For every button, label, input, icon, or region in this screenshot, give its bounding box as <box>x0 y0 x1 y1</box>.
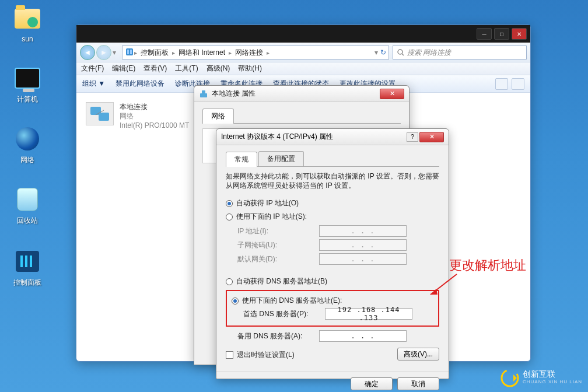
address-bar[interactable]: ▸ 控制面板 ▸ 网络和 Internet ▸ 网络连接 ▸ ▾ ↻ <box>122 46 389 60</box>
breadcrumb-sep: ▸ <box>267 50 270 56</box>
desktop-icon-recycle-bin[interactable]: 回收站 <box>7 186 48 226</box>
connection-item[interactable]: 本地连接 网络 Intel(R) PRO/1000 MT <box>82 99 192 134</box>
connection-adapter: Intel(R) PRO/1000 MT <box>120 121 189 130</box>
desktop-icon-sun[interactable]: sun <box>7 5 48 43</box>
desktop-icon-label: 计算机 <box>7 94 48 104</box>
radio-icon <box>226 200 233 207</box>
properties-titlebar[interactable]: 本地连接 属性 ✕ <box>194 86 409 102</box>
nav-back-button[interactable]: ◄ <box>80 45 95 60</box>
logo-icon <box>501 369 519 387</box>
network-adapter-icon <box>86 102 114 125</box>
ip-address-input: . . . <box>319 225 407 237</box>
preferred-dns-input[interactable]: 192 .168 .144 .133 <box>325 308 412 320</box>
logo-subtitle: CHUANG XIN HU LIAN <box>523 378 582 386</box>
search-input[interactable]: 搜索 网络连接 <box>393 46 527 60</box>
desktop-icon-label: 网络 <box>7 155 48 165</box>
explorer-titlebar[interactable]: ─ □ ✕ <box>76 25 530 43</box>
help-button[interactable] <box>512 78 524 90</box>
menu-tools[interactable]: 工具(T) <box>175 64 198 74</box>
svg-rect-9 <box>202 90 205 93</box>
connection-name: 本地连接 <box>120 102 189 111</box>
view-mode-button[interactable] <box>495 78 508 90</box>
subnet-input: . . . <box>319 239 407 251</box>
svg-marker-13 <box>513 374 517 382</box>
menu-file[interactable]: 文件(F) <box>81 64 104 74</box>
svg-rect-1 <box>127 50 129 54</box>
alternate-dns-label: 备用 DNS 服务器(A): <box>237 331 319 341</box>
svg-rect-2 <box>130 50 132 54</box>
desktop-icon-control-panel[interactable]: 控制面板 <box>7 247 48 288</box>
advanced-button[interactable]: 高级(V)... <box>397 348 439 360</box>
svg-rect-0 <box>126 48 133 55</box>
radio-icon <box>232 298 239 304</box>
breadcrumb-seg[interactable]: 控制面板 <box>137 48 172 58</box>
menu-edit[interactable]: 编辑(E) <box>112 64 135 74</box>
subnet-label: 子网掩码(U): <box>237 240 319 250</box>
radio-manual-ip[interactable]: 使用下面的 IP 地址(S): <box>226 212 439 222</box>
desktop-icon-label: 控制面板 <box>7 278 48 288</box>
svg-rect-6 <box>99 113 109 121</box>
tab-network[interactable]: 网络 <box>202 108 234 124</box>
cancel-button[interactable]: 取消 <box>397 377 439 390</box>
tab-alternate[interactable]: 备用配置 <box>258 151 304 166</box>
tab-general[interactable]: 常规 <box>226 152 257 167</box>
desktop-icon-label: 回收站 <box>7 216 48 226</box>
gateway-label: 默认网关(D): <box>237 254 319 264</box>
checkbox-icon <box>226 351 233 359</box>
radio-icon <box>226 214 233 220</box>
ipv4-close-button[interactable]: ✕ <box>419 132 444 142</box>
radio-icon <box>226 278 233 285</box>
alternate-dns-input[interactable]: . . . <box>319 330 407 342</box>
ip-address-label: IP 地址(I): <box>237 226 319 236</box>
ipv4-titlebar[interactable]: Internet 协议版本 4 (TCP/IPv4) 属性 ? ✕ <box>216 129 449 145</box>
ipv4-title: Internet 协议版本 4 (TCP/IPv4) 属性 <box>221 132 333 142</box>
svg-point-3 <box>398 50 402 54</box>
radio-manual-dns[interactable]: 使用下面的 DNS 服务器地址(E): <box>232 296 433 306</box>
svg-rect-8 <box>200 93 207 97</box>
annotation-text: 更改解析地址 <box>449 257 526 274</box>
breadcrumb-seg[interactable]: 网络连接 <box>232 48 267 58</box>
desktop-icon-network[interactable]: 网络 <box>7 125 48 165</box>
nav-forward-button[interactable]: ► <box>96 45 111 60</box>
validate-checkbox-row[interactable]: 退出时验证设置(L) 高级(V)... <box>226 349 439 360</box>
properties-title: 本地连接 属性 <box>212 89 256 99</box>
dns-highlight-box: 使用下面的 DNS 服务器地址(E): 首选 DNS 服务器(P):192 .1… <box>226 290 439 327</box>
connection-network: 网络 <box>120 111 189 121</box>
help-icon[interactable]: ? <box>407 132 418 142</box>
menubar: 文件(F) 编辑(E) 查看(V) 工具(T) 高级(N) 帮助(H) <box>76 62 530 75</box>
control-panel-icon <box>125 47 134 58</box>
address-dropdown-icon[interactable]: ▾ <box>374 48 378 57</box>
breadcrumb-seg[interactable]: 网络和 Internet <box>175 48 229 58</box>
explorer-navbar: ◄ ► ▾ ▸ 控制面板 ▸ 网络和 Internet ▸ 网络连接 ▸ ▾ ↻… <box>76 43 530 62</box>
radio-auto-dns[interactable]: 自动获得 DNS 服务器地址(B) <box>226 276 439 286</box>
ipv4-properties-dialog: Internet 协议版本 4 (TCP/IPv4) 属性 ? ✕ 常规 备用配… <box>216 128 449 379</box>
properties-close-button[interactable]: ✕ <box>380 89 404 99</box>
maximize-button[interactable]: □ <box>494 28 509 40</box>
dialog-button-row: 确定 取消 <box>216 371 449 392</box>
nav-dropdown-icon[interactable]: ▾ <box>113 48 118 57</box>
desktop-icon-label: sun <box>7 35 48 43</box>
network-icon <box>199 89 208 99</box>
logo-name: 创新互联 <box>523 369 555 379</box>
close-button[interactable]: ✕ <box>512 28 527 40</box>
ok-button[interactable]: 确定 <box>351 377 393 390</box>
toolbar-organize[interactable]: 组织 ▼ <box>82 79 105 89</box>
gateway-input: . . . <box>319 253 407 265</box>
radio-auto-ip[interactable]: 自动获得 IP 地址(O) <box>226 198 439 208</box>
menu-view[interactable]: 查看(V) <box>144 64 167 74</box>
toolbar-disable[interactable]: 禁用此网络设备 <box>116 79 164 89</box>
menu-help[interactable]: 帮助(H) <box>238 64 262 74</box>
svg-line-4 <box>402 54 404 55</box>
brand-logo: 创新互联 CHUANG XIN HU LIAN <box>501 369 582 387</box>
preferred-dns-label: 首选 DNS 服务器(P): <box>243 309 325 319</box>
minimize-button[interactable]: ─ <box>477 28 492 40</box>
ipv4-description: 如果网络支持此功能，则可以获取自动指派的 IP 设置。否则，您需要从网络系统管理… <box>226 172 439 190</box>
menu-advanced[interactable]: 高级(N) <box>206 64 230 74</box>
desktop-icon-computer[interactable]: 计算机 <box>7 64 48 104</box>
refresh-icon[interactable]: ↻ <box>380 48 386 57</box>
